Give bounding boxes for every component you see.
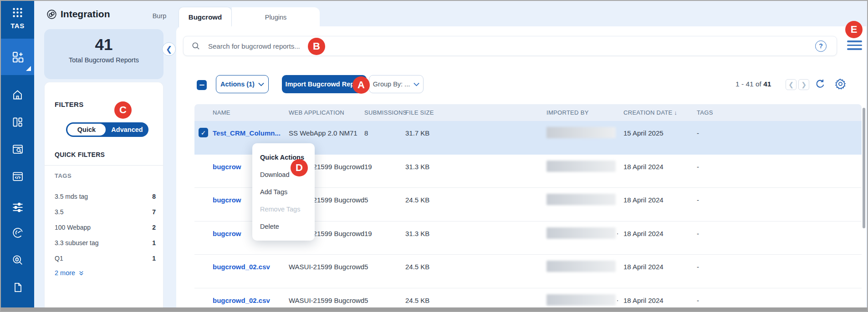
double-chevron-down-icon <box>78 270 84 276</box>
tab-bugcrowd[interactable]: Bugcrowd <box>179 7 232 27</box>
file-size-cell: 31.3 KB <box>405 155 546 188</box>
file-size-cell: 31.3 KB <box>405 221 546 255</box>
submissions-cell: 8 <box>364 121 405 155</box>
tag-filter-label: Q1 <box>55 255 63 262</box>
filters-title: FILTERS <box>55 101 83 108</box>
sidebar-item-web-scan[interactable] <box>1 143 34 156</box>
left-nav-sidebar: TAS <box>1 1 34 307</box>
pagination-prev-button[interactable]: ❮ <box>786 79 797 90</box>
column-header-creation-date[interactable]: CREATION DATE ↓ <box>623 109 697 116</box>
quick-actions-menu-items: DownloadAdd TagsRemove TagsDelete <box>252 166 315 235</box>
bug-search-icon <box>11 254 24 267</box>
tags-cell: - <box>697 188 862 221</box>
tags-section-title: TAGS <box>55 172 71 179</box>
tag-filter-item[interactable]: 3.3 subuser tag 1 <box>55 235 156 251</box>
imported-by-cell <box>546 255 623 288</box>
help-icon[interactable]: ? <box>815 40 827 52</box>
sidebar-item-gauge[interactable] <box>1 226 34 239</box>
hamburger-menu-icon[interactable] <box>847 40 862 50</box>
sidebar-item-dashboard[interactable] <box>1 116 34 128</box>
table-row[interactable]: bugcrowd_02.csv WASUI-21599 Bugcrowd 5 2… <box>194 255 862 288</box>
creation-date-cell: 18 April 2024 <box>623 255 697 288</box>
apps-grid-icon[interactable] <box>1 6 34 19</box>
quick-actions-menu: Quick Actions DownloadAdd TagsRemove Tag… <box>252 143 315 241</box>
column-header-tags[interactable]: TAGS <box>697 109 862 116</box>
sidebar-item-vuln-search[interactable] <box>1 254 34 267</box>
table-row[interactable]: bugcrowd_02.csv WASUI-21599 Bugcrowd 5 2… <box>194 288 862 308</box>
sidebar-item-settings-sliders[interactable] <box>1 201 34 214</box>
menu-item[interactable]: Remove Tags <box>252 201 315 218</box>
menu-item[interactable]: Add Tags <box>252 183 315 201</box>
total-reports-value: 41 <box>44 35 163 54</box>
row-checkbox-cell <box>194 155 213 188</box>
file-size-cell: 31.7 KB <box>405 121 546 155</box>
submissions-cell: 19 <box>364 221 405 255</box>
column-header-submissions[interactable]: SUBMISSIONS <box>364 109 405 116</box>
tags-cell: - <box>697 288 862 308</box>
integration-icon <box>46 9 57 20</box>
actions-button[interactable]: Actions (1) <box>216 75 269 93</box>
report-name-link[interactable]: bugcrowd_02.csv <box>213 288 289 308</box>
column-header-web-application[interactable]: WEB APPLICATION <box>289 109 364 116</box>
pagination-next-button[interactable]: ❯ <box>798 79 809 90</box>
browser-scan-icon <box>11 143 24 156</box>
creation-date-cell: 15 April 2025 <box>623 121 697 155</box>
column-header-file-size[interactable]: FILE SIZE <box>405 109 546 116</box>
report-name-link[interactable]: bugcrowd_02.csv <box>213 255 289 288</box>
chevron-down-icon <box>258 82 264 86</box>
filters-panel: FILTERS Quick Advanced QUICK FILTERS TAG… <box>44 82 163 307</box>
active-corner-marker <box>26 66 31 71</box>
quick-filter-toggle[interactable]: Quick <box>67 124 106 136</box>
tag-filter-label: 100 Webapp <box>55 224 91 231</box>
select-all-checkbox[interactable] <box>197 80 207 90</box>
refresh-button[interactable] <box>814 78 826 90</box>
tag-filter-item[interactable]: Q1 1 <box>55 251 156 266</box>
tag-filter-count: 1 <box>152 239 156 247</box>
filters-divider <box>45 165 163 166</box>
imported-by-cell: . <box>546 288 623 308</box>
pagination-range: 1 - 41 of 41 <box>735 80 771 88</box>
web-application-cell: WASUI-21599 Bugcrowd <box>289 288 364 308</box>
column-header-name[interactable]: NAME <box>213 109 289 116</box>
table-header: NAME WEB APPLICATION SUBMISSIONS FILE SI… <box>194 104 862 121</box>
imported-by-cell <box>546 121 623 155</box>
page-title: Integration <box>61 9 110 20</box>
browser-code-icon <box>11 170 24 183</box>
group-by-dropdown[interactable]: Group By: ... <box>369 75 424 93</box>
sidebar-item-home[interactable] <box>1 89 34 101</box>
tag-filter-item[interactable]: 3.5 mds tag 8 <box>55 189 156 204</box>
table-vertical-scrollbar[interactable] <box>863 108 865 228</box>
creation-date-cell: 18 April 2024 <box>623 288 697 308</box>
annotation-badge-d: D <box>291 159 308 176</box>
annotation-badge-b: B <box>308 38 325 55</box>
submissions-cell: 5 <box>364 188 405 221</box>
submissions-cell: 5 <box>364 255 405 288</box>
sidebar-item-api[interactable] <box>1 170 34 183</box>
horizontal-scrollbar[interactable] <box>1 307 867 311</box>
tag-filter-item[interactable]: 100 Webapp 2 <box>55 220 156 235</box>
imported-by-suffix: . <box>617 288 618 302</box>
table-settings-button[interactable] <box>834 78 847 90</box>
tab-plugins[interactable]: Plugins <box>232 7 320 27</box>
submissions-cell: 5 <box>364 288 405 308</box>
row-checkbox[interactable]: ✓ <box>199 128 208 137</box>
filter-mode-toggle: Quick Advanced <box>66 122 148 137</box>
tab-burp[interactable]: Burp <box>145 7 174 25</box>
gear-icon <box>834 78 847 90</box>
imported-by-cell <box>546 155 623 188</box>
search-icon <box>191 41 201 51</box>
imported-by-cell: . <box>546 221 623 255</box>
tas-logo[interactable]: TAS <box>1 22 34 30</box>
advanced-filter-toggle[interactable]: Advanced <box>106 126 148 133</box>
menu-item[interactable]: Delete <box>252 218 315 235</box>
sidebar-item-integrations-active[interactable] <box>1 39 34 75</box>
collapse-panel-button[interactable]: ❮ <box>162 42 176 56</box>
column-header-imported-by[interactable]: IMPORTED BY <box>546 109 623 116</box>
sidebar-item-reports[interactable] <box>1 282 34 293</box>
tag-filter-item[interactable]: 3.5 7 <box>55 204 156 220</box>
tags-more-link[interactable]: 2 more <box>55 269 156 277</box>
sort-descending-icon[interactable]: ↓ <box>674 109 677 116</box>
search-input[interactable] <box>207 42 815 50</box>
tags-cell: - <box>697 155 862 188</box>
sliders-icon <box>11 201 24 214</box>
